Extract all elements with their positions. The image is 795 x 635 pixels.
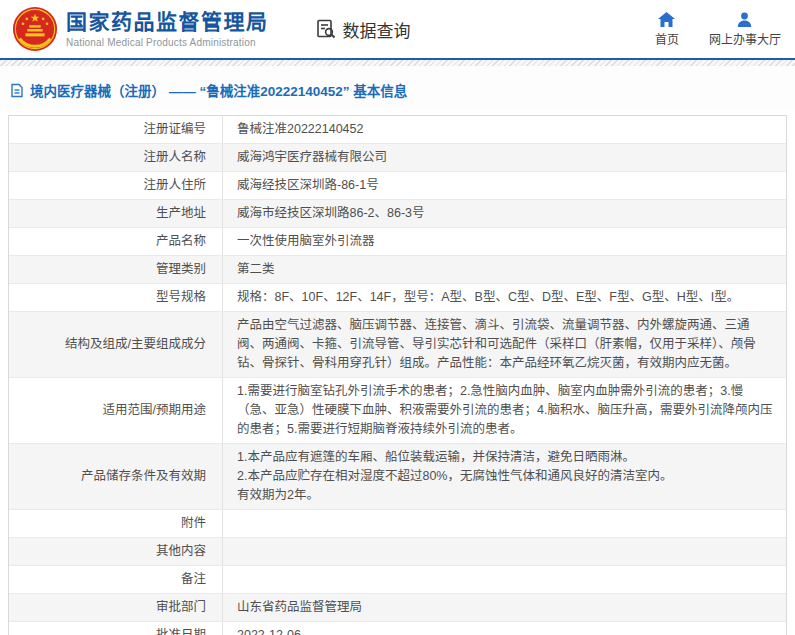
row-value-cell [223, 566, 786, 593]
site-header: 国家药品监督管理局 National Medical Products Admi… [0, 0, 795, 58]
row-label: 产品储存条件及有效期 [9, 444, 223, 509]
table-row: 注册证编号鲁械注准20222140452 [9, 116, 786, 143]
data-query-label: 数据查询 [343, 17, 411, 42]
row-label: 备注 [9, 566, 223, 593]
row-value-cell: 产品由空气过滤器、脑压调节器、连接管、滴斗、引流袋、流量调节器、内外螺旋两通、三… [223, 312, 786, 377]
row-value-cell: 威海鸿宇医疗器械有限公司 [223, 144, 786, 171]
row-value: 威海市经技区深圳路86-2、86-3号 [237, 204, 425, 223]
org-name-en: National Medical Products Administration [66, 37, 269, 48]
nav-home[interactable]: 首页 [655, 12, 679, 47]
row-label: 其他内容 [9, 538, 223, 565]
row-value: 1.本产品应有遮篷的车厢、船位装载运输，并保持清洁，避免日晒雨淋。 2.本产品应… [237, 448, 672, 505]
nav-home-label: 首页 [655, 30, 679, 47]
page-doc-icon [10, 83, 24, 98]
home-icon [658, 12, 675, 27]
table-row: 其他内容 [9, 537, 786, 565]
row-value-cell: 1.本产品应有遮篷的车厢、船位装载运输，并保持清洁，避免日晒雨淋。 2.本产品应… [223, 444, 786, 509]
row-value: 一次性使用脑室外引流器 [237, 232, 375, 251]
row-label: 注册人住所 [9, 172, 223, 199]
row-value: 产品由空气过滤器、脑压调节器、连接管、滴斗、引流袋、流量调节器、内外螺旋两通、三… [237, 316, 774, 373]
table-row: 产品储存条件及有效期1.本产品应有遮篷的车厢、船位装载运输，并保持清洁，避免日晒… [9, 443, 786, 509]
row-value-cell: 第二类 [223, 256, 786, 283]
table-row: 注册人名称威海鸿宇医疗器械有限公司 [9, 143, 786, 171]
nmpa-logo[interactable]: 国家药品监督管理局 National Medical Products Admi… [12, 6, 269, 52]
table-row: 注册人住所威海经技区深圳路-86-1号 [9, 171, 786, 199]
row-label: 审批部门 [9, 594, 223, 621]
nav-service-hall[interactable]: 网上办事大厅 [709, 12, 781, 47]
row-value-cell: 2022-12-06 [223, 622, 786, 635]
org-name-cn: 国家药品监督管理局 [66, 10, 269, 34]
row-label: 注册人名称 [9, 144, 223, 171]
national-emblem-icon [12, 6, 58, 52]
row-label: 产品名称 [9, 228, 223, 255]
row-value-cell: 1.需要进行脑室钻孔外引流手术的患者；2.急性脑内血肿、脑室内血肿需外引流的患者… [223, 378, 786, 443]
row-value-cell: 鲁械注准20222140452 [223, 116, 786, 143]
table-row: 适用范围/预期用途1.需要进行脑室钻孔外引流手术的患者；2.急性脑内血肿、脑室内… [9, 377, 786, 443]
row-value: 鲁械注准20222140452 [237, 120, 363, 139]
row-value: 威海鸿宇医疗器械有限公司 [237, 148, 387, 167]
row-value: 第二类 [237, 260, 275, 279]
nav-service-hall-label: 网上办事大厅 [709, 30, 781, 47]
row-value: 2022-12-06 [237, 626, 301, 635]
table-row: 生产地址威海市经技区深圳路86-2、86-3号 [9, 199, 786, 227]
row-label: 生产地址 [9, 200, 223, 227]
table-row: 备注 [9, 565, 786, 593]
table-row: 管理类别第二类 [9, 255, 786, 283]
row-value-cell: 规格：8F、10F、12F、14F，型号：A型、B型、C型、D型、E型、F型、G… [223, 284, 786, 311]
person-icon [737, 12, 752, 27]
row-label: 管理类别 [9, 256, 223, 283]
breadcrumb: 境内医疗器械（注册） —— “鲁械注准20222140452” 基本信息 [0, 66, 795, 111]
table-row: 批准日期2022-12-06 [9, 621, 786, 635]
row-label: 适用范围/预期用途 [9, 378, 223, 443]
row-label: 附件 [9, 510, 223, 537]
row-value: 规格：8F、10F、12F、14F，型号：A型、B型、C型、D型、E型、F型、G… [237, 288, 739, 307]
row-value-cell: 山东省药品监督管理局 [223, 594, 786, 621]
table-row: 结构及组成/主要组成成分产品由空气过滤器、脑压调节器、连接管、滴斗、引流袋、流量… [9, 311, 786, 377]
table-row: 审批部门山东省药品监督管理局 [9, 593, 786, 621]
table-row: 型号规格规格：8F、10F、12F、14F，型号：A型、B型、C型、D型、E型、… [9, 283, 786, 311]
document-search-icon [315, 18, 337, 40]
table-row: 附件 [9, 509, 786, 537]
row-value-cell: 一次性使用脑室外引流器 [223, 228, 786, 255]
data-query-tab[interactable]: 数据查询 [315, 17, 411, 42]
top-nav: 首页 网上办事大厅 [655, 12, 781, 47]
row-label: 结构及组成/主要组成成分 [9, 312, 223, 377]
row-value: 山东省药品监督管理局 [237, 598, 362, 617]
info-table: 注册证编号鲁械注准20222140452注册人名称威海鸿宇医疗器械有限公司注册人… [8, 115, 787, 635]
row-value-cell: 威海经技区深圳路-86-1号 [223, 172, 786, 199]
row-label: 型号规格 [9, 284, 223, 311]
row-value: 威海经技区深圳路-86-1号 [237, 176, 379, 195]
row-value: 1.需要进行脑室钻孔外引流手术的患者；2.急性脑内血肿、脑室内血肿需外引流的患者… [237, 382, 774, 439]
row-label: 注册证编号 [9, 116, 223, 143]
org-names: 国家药品监督管理局 National Medical Products Admi… [66, 10, 269, 47]
row-value-cell: 威海市经技区深圳路86-2、86-3号 [223, 200, 786, 227]
page-title: 境内医疗器械（注册） —— “鲁械注准20222140452” 基本信息 [30, 80, 407, 100]
row-value-cell [223, 510, 786, 537]
row-value-cell [223, 538, 786, 565]
table-row: 产品名称一次性使用脑室外引流器 [9, 227, 786, 255]
row-label: 批准日期 [9, 622, 223, 635]
